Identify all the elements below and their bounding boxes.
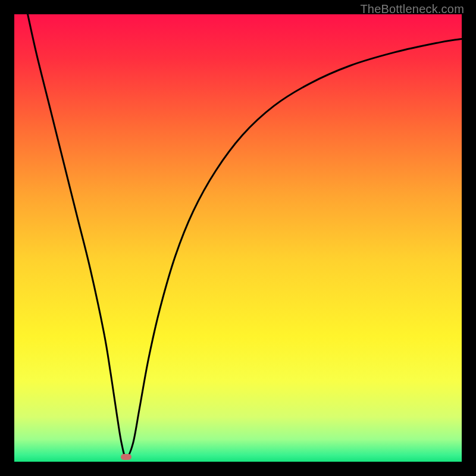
bottleneck-curve: [14, 14, 462, 462]
bottleneck-marker: [121, 454, 131, 460]
watermark-text: TheBottleneck.com: [360, 2, 464, 16]
plot-area: [14, 14, 462, 462]
chart-frame: TheBottleneck.com: [0, 0, 476, 476]
